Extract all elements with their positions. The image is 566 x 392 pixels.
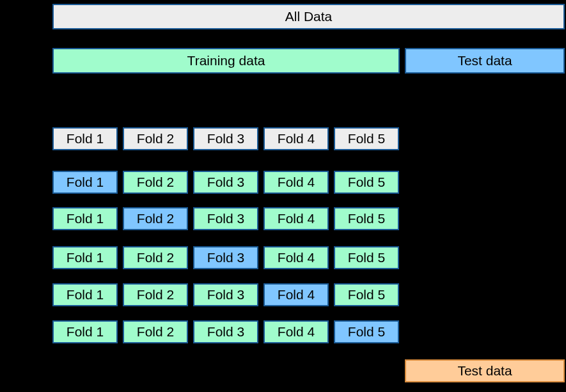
split1-fold3: Fold 3 [193,171,258,194]
fold-header-2: Fold 2 [123,127,188,150]
fold-label: Fold 4 [278,175,315,190]
all-data-box: All Data [52,4,565,29]
split2-fold4: Fold 4 [263,207,329,230]
split4-fold5: Fold 5 [334,283,399,306]
fold-label: Fold 3 [207,131,244,146]
fold-label: Fold 2 [137,175,174,190]
split2-fold3: Fold 3 [193,207,258,230]
fold-label: Fold 4 [278,324,315,340]
split1-fold5: Fold 5 [334,171,399,194]
split3-fold5: Fold 5 [334,246,399,269]
fold-label: Fold 5 [348,250,385,265]
fold-header-5: Fold 5 [334,127,399,150]
fold-label: Fold 5 [348,131,385,146]
fold-label: Fold 4 [278,287,315,302]
fold-header-1: Fold 1 [52,127,118,150]
fold-label: Fold 3 [207,250,244,265]
training-data-label: Training data [187,53,265,68]
split2-fold1: Fold 1 [52,207,118,230]
split5-fold3: Fold 3 [193,320,258,343]
fold-label: Fold 1 [67,175,104,190]
fold-label: Fold 1 [67,324,104,340]
split3-fold4: Fold 4 [263,246,329,269]
split1-fold4: Fold 4 [263,171,329,194]
fold-label: Fold 2 [137,287,174,302]
fold-header-4: Fold 4 [263,127,329,150]
test-data-label: Test data [457,53,512,68]
final-test-data-label: Test data [457,363,512,379]
split3-fold2: Fold 2 [123,246,188,269]
fold-label: Fold 3 [207,287,244,302]
fold-label: Fold 4 [278,131,315,146]
fold-label: Fold 1 [67,287,104,302]
fold-label: Fold 2 [137,211,174,226]
fold-label: Fold 4 [278,211,315,226]
fold-label: Fold 3 [207,324,244,340]
fold-label: Fold 4 [278,250,315,265]
all-data-label: All Data [285,9,333,24]
fold-label: Fold 5 [348,175,385,190]
fold-label: Fold 2 [137,131,174,146]
split2-fold2: Fold 2 [123,207,188,230]
test-data-box: Test data [405,48,565,74]
final-test-data-box: Test data [405,359,565,382]
fold-label: Fold 5 [348,211,385,226]
fold-label: Fold 5 [348,287,385,302]
fold-label: Fold 3 [207,211,244,226]
fold-label: Fold 1 [67,131,104,146]
split3-fold3: Fold 3 [193,246,258,269]
split4-fold4: Fold 4 [263,283,329,306]
split1-fold1: Fold 1 [52,171,118,194]
split4-fold3: Fold 3 [193,283,258,306]
split5-fold5: Fold 5 [334,320,399,343]
split4-fold2: Fold 2 [123,283,188,306]
fold-header-3: Fold 3 [193,127,258,150]
split4-fold1: Fold 1 [52,283,118,306]
split2-fold5: Fold 5 [334,207,399,230]
split1-fold2: Fold 2 [123,171,188,194]
fold-label: Fold 2 [137,250,174,265]
fold-label: Fold 2 [137,324,174,340]
split3-fold1: Fold 1 [52,246,118,269]
split5-fold2: Fold 2 [123,320,188,343]
fold-label: Fold 1 [67,250,104,265]
split5-fold4: Fold 4 [263,320,329,343]
fold-label: Fold 5 [348,324,385,340]
fold-label: Fold 1 [67,211,104,226]
fold-label: Fold 3 [207,175,244,190]
training-data-box: Training data [52,48,400,74]
split5-fold1: Fold 1 [52,320,118,343]
